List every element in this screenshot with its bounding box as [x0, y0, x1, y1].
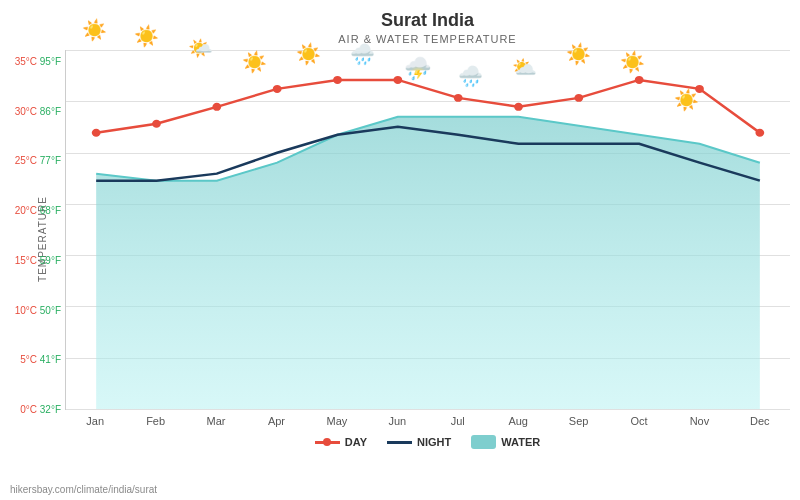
x-label-apr: Apr [246, 415, 306, 427]
day-dot-jul [454, 94, 463, 102]
water-area [96, 117, 760, 409]
legend-day: DAY [315, 436, 367, 448]
x-label-oct: Oct [609, 415, 669, 427]
watermark: hikersbay.com/climate/india/surat [10, 484, 157, 495]
weather-icon-sep: ⛅ [512, 55, 537, 79]
x-label-jul: Jul [428, 415, 488, 427]
legend-water: WATER [471, 435, 540, 449]
day-dot-sep [574, 94, 583, 102]
day-dot-apr [273, 85, 282, 93]
x-label-may: May [307, 415, 367, 427]
weather-icon-jul: ⛈️ [404, 56, 431, 82]
weather-icon-jan: ☀️ [82, 18, 107, 42]
x-label-sep: Sep [548, 415, 608, 427]
day-dot-feb [152, 120, 161, 128]
y-label-25: 25°C 77°F [6, 155, 61, 166]
x-label-jan: Jan [65, 415, 125, 427]
weather-icon-mar: 🌤️ [188, 36, 213, 60]
weather-icon-nov: ☀️ [620, 50, 645, 74]
weather-icon-may: ☀️ [296, 42, 321, 66]
day-dot-jun [393, 76, 402, 84]
day-dot-aug [514, 103, 523, 111]
day-dot-dec [755, 129, 764, 137]
y-label-5: 5°C 41°F [6, 354, 61, 365]
y-label-0: 0°C 32°F [6, 403, 61, 414]
x-label-aug: Aug [488, 415, 548, 427]
x-label-dec: Dec [730, 415, 790, 427]
x-label-jun: Jun [367, 415, 427, 427]
weather-icon-apr: ☀️ [242, 50, 267, 74]
y-label-15: 15°C 59°F [6, 254, 61, 265]
x-label-mar: Mar [186, 415, 246, 427]
x-label-feb: Feb [125, 415, 185, 427]
weather-icon-oct: ☀️ [566, 42, 591, 66]
day-dot-jan [92, 129, 101, 137]
legend-night-label: NIGHT [417, 436, 451, 448]
x-axis: Jan Feb Mar Apr May Jun Jul Aug Sep Oct … [65, 415, 790, 427]
weather-icon-jun: 🌧️ [350, 42, 375, 66]
legend-day-label: DAY [345, 436, 367, 448]
legend-night: NIGHT [387, 436, 451, 448]
day-dot-oct [635, 76, 644, 84]
y-axis: 35°C 95°F 30°C 86°F 25°C 77°F 20°C 68°F … [6, 50, 61, 409]
y-label-10: 10°C 50°F [6, 304, 61, 315]
y-label-20: 20°C 68°F [6, 205, 61, 216]
chart-legend: DAY NIGHT WATER [65, 435, 790, 449]
chart-title: Surat India [65, 10, 790, 31]
day-dot-may [333, 76, 342, 84]
chart-subtitle: AIR & WATER TEMPERATURE [65, 33, 790, 45]
y-label-35: 35°C 95°F [6, 56, 61, 67]
weather-icon-aug: 🌧️ [458, 64, 483, 88]
legend-water-label: WATER [501, 436, 540, 448]
weather-icon-dec: ☀️ [674, 88, 699, 112]
chart-area: 35°C 95°F 30°C 86°F 25°C 77°F 20°C 68°F … [65, 50, 790, 410]
weather-icon-feb: ☀️ [134, 24, 159, 48]
y-label-30: 30°C 86°F [6, 105, 61, 116]
x-label-nov: Nov [669, 415, 729, 427]
day-dot-mar [212, 103, 221, 111]
